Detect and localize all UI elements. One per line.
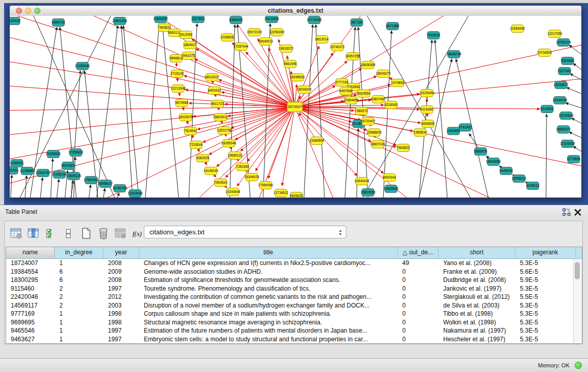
scrollbar-thumb[interactable] <box>575 262 580 279</box>
graph-node[interactable]: 20364456 <box>344 97 359 104</box>
graph-node[interactable]: 7216544 <box>189 141 203 149</box>
table-vertical-scrollbar[interactable] <box>573 259 581 343</box>
graph-node[interactable]: 16603012 <box>213 114 228 121</box>
graph-node[interactable]: 9777169 <box>335 79 349 86</box>
delete-table-disabled-icon[interactable] <box>113 226 128 241</box>
graph-node[interactable]: 6497568 <box>339 87 353 95</box>
minimize-window-button[interactable] <box>25 8 31 14</box>
graph-node[interactable]: 18724007 <box>287 102 302 112</box>
graph-node[interactable]: 16782759 <box>113 185 127 192</box>
graph-node[interactable]: 4671388 <box>386 23 399 30</box>
table-settings-icon[interactable] <box>9 226 24 241</box>
graph-node[interactable]: 9626925 <box>290 192 303 198</box>
table-row[interactable]: 911546021997Tourette syndrome. Phenomeno… <box>6 285 582 293</box>
graph-node[interactable]: 7986372 <box>355 107 368 115</box>
graph-node[interactable]: 21053346 <box>75 62 90 70</box>
graph-node[interactable]: 14196244 <box>204 167 219 175</box>
graph-node[interactable]: 3624554 <box>357 90 371 98</box>
column-header-out_de[interactable]: △ out_de... <box>398 247 439 258</box>
graph-node[interactable]: 9227342 <box>558 68 571 75</box>
graph-node[interactable]: 15751074 <box>556 39 571 47</box>
graph-node[interactable]: 11554908 <box>510 25 525 33</box>
table-row[interactable]: 977716911998Corpus callosum shape and si… <box>6 310 582 318</box>
graph-node[interactable]: 7515526 <box>427 32 440 39</box>
column-header-pagerank[interactable]: pagerank <box>515 247 576 258</box>
table-row[interactable]: 1830029562008Estimation of significance … <box>6 276 582 285</box>
graph-node[interactable]: 12093872 <box>554 81 569 89</box>
column-header-short[interactable]: short <box>439 247 515 258</box>
graph-node[interactable]: 9282925 <box>196 155 209 162</box>
graph-node[interactable]: 16023078 <box>179 114 193 121</box>
graph-node[interactable]: 18357255 <box>345 53 360 60</box>
window-title-bar[interactable]: citations_edges.txt <box>10 6 581 16</box>
graph-node[interactable]: 9329966 <box>561 57 574 65</box>
graph-node[interactable]: 20206536 <box>46 150 61 158</box>
graph-node[interactable]: 7594524 <box>214 179 227 187</box>
graph-node[interactable]: 15122602 <box>265 16 279 23</box>
graph-node[interactable]: 17554366 <box>258 182 273 189</box>
delete-icon[interactable] <box>96 226 111 241</box>
graph-node[interactable]: 12342757 <box>36 169 51 177</box>
graph-node[interactable]: 2718126 <box>170 70 184 78</box>
graph-node[interactable]: 18204009 <box>297 86 312 94</box>
graph-node[interactable]: 20691406 <box>113 17 127 25</box>
graph-node[interactable]: 7563822 <box>397 144 410 152</box>
graph-node[interactable]: 13505135 <box>67 172 81 180</box>
table-row[interactable]: 1456911722003Disruption of a novel membe… <box>6 301 582 310</box>
graph-node[interactable]: 10025453 <box>420 90 434 97</box>
table-row[interactable]: 946554611997Estimation of the future num… <box>6 326 582 335</box>
graph-node[interactable]: 19734503 <box>537 49 552 57</box>
graph-node[interactable]: 10719185 <box>307 16 322 24</box>
table-row[interactable]: 1938455462009Genome-wide association stu… <box>6 268 582 276</box>
graph-node[interactable]: 10807487 <box>371 96 386 103</box>
table-row[interactable]: 946362711997Embryonic stem cells: a mode… <box>6 335 582 344</box>
graph-node[interactable]: 19618372 <box>279 45 294 53</box>
graph-node[interactable]: 18549275 <box>376 70 391 78</box>
column-header-year[interactable]: year <box>103 247 139 258</box>
graph-node[interactable]: 10425506 <box>384 185 399 193</box>
graph-node[interactable]: 12213348 <box>171 85 186 93</box>
graph-node[interactable]: 6216063 <box>384 101 398 109</box>
graph-node[interactable]: 17287444 <box>234 43 249 51</box>
graph-node[interactable]: 12217059 <box>548 30 562 38</box>
check-all-icon[interactable] <box>43 226 59 241</box>
graph-node[interactable]: 18012027 <box>205 74 220 81</box>
float-panel-icon[interactable] <box>562 208 571 216</box>
graph-node[interactable]: 17957253 <box>84 177 99 184</box>
graph-node[interactable]: 11156689 <box>20 167 34 175</box>
graph-node[interactable]: 15692371 <box>556 126 571 134</box>
graph-node[interactable]: 1640954 <box>447 127 460 135</box>
graph-node[interactable]: 10688609 <box>367 129 382 137</box>
graph-node[interactable]: 1335051 <box>10 160 24 167</box>
graph-node[interactable]: 15812658 <box>361 189 376 196</box>
graph-node[interactable]: 16720407 <box>361 118 376 125</box>
table-row[interactable]: 969969511998Structural magnetic resonanc… <box>6 318 582 327</box>
zoom-window-button[interactable] <box>34 8 40 14</box>
graph-node[interactable]: 3912954 <box>179 31 192 39</box>
graph-node[interactable]: 12103054 <box>560 140 575 148</box>
network-view-window[interactable]: citations_edges.txt 11291024355724206914… <box>9 5 582 198</box>
graph-node[interactable]: 9245012 <box>526 182 539 190</box>
graph-node[interactable]: 13201755 <box>217 127 232 135</box>
network-canvas[interactable]: 1129102435572420691406106532871527802846… <box>10 16 581 198</box>
table-selector-dropdown[interactable]: citations_edges.txt ▲▼ <box>144 226 346 238</box>
graph-node[interactable]: 2206828 <box>221 34 234 41</box>
graph-node[interactable]: 16265346 <box>222 140 236 147</box>
graph-node[interactable]: 15972103 <box>247 29 262 36</box>
graph-node[interactable]: 12923448 <box>128 190 143 198</box>
select-column-icon[interactable] <box>26 226 41 241</box>
graph-node[interactable]: 16210643 <box>559 112 574 120</box>
uncheck-all-icon[interactable] <box>61 226 76 241</box>
close-panel-icon[interactable] <box>574 208 582 216</box>
graph-node[interactable]: 18443056 <box>486 158 501 166</box>
graph-node[interactable]: 1979852 <box>391 79 404 87</box>
graph-node[interactable]: 3931591 <box>10 167 18 174</box>
graph-node[interactable]: 1854927 <box>183 41 197 49</box>
graph-node[interactable]: 6773559 <box>567 156 580 163</box>
graph-node[interactable]: 16958107 <box>98 180 113 188</box>
graph-node[interactable]: 10200644 <box>226 188 241 196</box>
graph-node[interactable]: 16949010 <box>258 38 273 46</box>
table-row[interactable]: 1872400712008Changes of HCN gene express… <box>6 259 582 268</box>
graph-node[interactable]: 10653287 <box>154 16 168 23</box>
column-header-name[interactable]: name <box>6 247 55 258</box>
